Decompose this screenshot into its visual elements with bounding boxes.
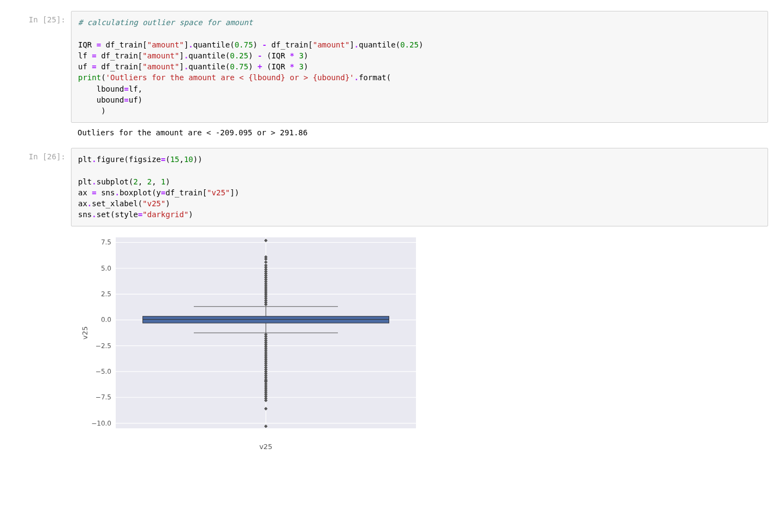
svg-text:−2.5: −2.5 (96, 342, 111, 349)
svg-text:−5.0: −5.0 (96, 368, 111, 375)
input-prompt: In [26]: (11, 148, 71, 226)
output-cell-26: −10.0−7.5−5.0−2.50.02.55.07.5v25v25 (11, 229, 768, 457)
svg-text:v25: v25 (81, 326, 89, 339)
stdout-text: Outliers for the amount are < -209.095 o… (78, 127, 762, 138)
code-cell-26: In [26]: plt.figure(figsize=(15,10)) plt… (11, 148, 768, 226)
stdout: Outliers for the amount are < -209.095 o… (71, 125, 768, 146)
boxplot-figure: −10.0−7.5−5.0−2.50.02.55.07.5v25v25 (78, 232, 427, 456)
svg-text:−7.5: −7.5 (96, 393, 111, 401)
code-input[interactable]: # calculating outlier space for amount I… (71, 11, 768, 123)
code-input[interactable]: plt.figure(figsize=(15,10)) plt.subplot(… (71, 148, 768, 226)
input-prompt: In [25]: (11, 11, 71, 123)
svg-text:7.5: 7.5 (101, 238, 111, 246)
output-cell-25: Outliers for the amount are < -209.095 o… (11, 125, 768, 146)
code-cell-25: In [25]: # calculating outlier space for… (11, 11, 768, 123)
code-text: plt.figure(figsize=(15,10)) plt.subplot(… (78, 154, 761, 220)
svg-text:2.5: 2.5 (101, 290, 111, 298)
code-text: # calculating outlier space for amount I… (78, 17, 761, 117)
svg-text:5.0: 5.0 (101, 265, 111, 272)
output-prompt-spacer (11, 125, 71, 146)
svg-text:v25: v25 (259, 443, 272, 451)
output-prompt-spacer (11, 229, 71, 457)
svg-text:0.0: 0.0 (101, 316, 111, 324)
svg-text:−10.0: −10.0 (91, 419, 111, 427)
plot-output: −10.0−7.5−5.0−2.50.02.55.07.5v25v25 (71, 229, 768, 457)
